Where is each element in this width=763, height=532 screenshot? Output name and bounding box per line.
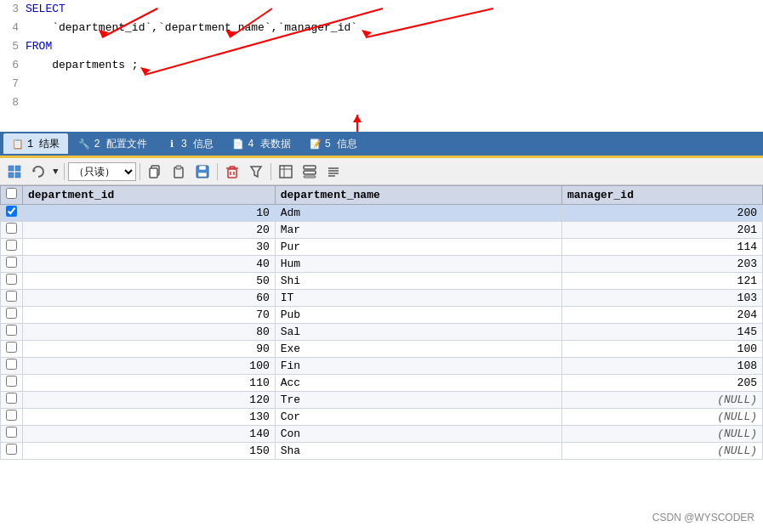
row-checkbox[interactable] — [6, 427, 17, 438]
mgr-id-cell: 103 — [561, 290, 762, 307]
tab-msg-icon: 📝 — [310, 138, 322, 150]
row-checkbox[interactable] — [6, 206, 17, 217]
table-row[interactable]: 80Sal145 — [1, 324, 763, 341]
row-checkbox[interactable] — [6, 444, 17, 455]
select-all-checkbox-header[interactable] — [1, 186, 23, 205]
row-checkbox[interactable] — [6, 308, 17, 319]
refresh-button[interactable] — [27, 161, 49, 182]
dept-name-cell: Hum — [275, 256, 561, 273]
row-checkbox[interactable] — [6, 393, 17, 404]
table-row[interactable]: 90Exe100 — [1, 341, 763, 358]
tab-results-label: 1 结果 — [27, 137, 60, 151]
dept-name-cell: Sha — [275, 443, 561, 460]
toolbar-separator-2 — [140, 163, 140, 180]
row-view-button[interactable] — [299, 161, 321, 182]
copy-button[interactable] — [144, 161, 166, 182]
table-row[interactable]: 150Sha(NULL) — [1, 443, 763, 460]
save-button[interactable] — [191, 161, 214, 182]
row-checkbox-cell[interactable] — [1, 392, 23, 409]
table-row[interactable]: 120Tre(NULL) — [1, 392, 763, 409]
col-header-manager-id: manager_id — [561, 186, 762, 205]
row-checkbox-cell[interactable] — [1, 324, 23, 341]
row-checkbox-cell[interactable] — [1, 443, 23, 460]
tab-results[interactable]: 📋 1 结果 — [3, 133, 68, 154]
row-checkbox[interactable] — [6, 257, 17, 268]
toolbar: ▼ （只读） — [0, 158, 763, 185]
table-row[interactable]: 10Adm200 — [1, 205, 763, 222]
line-number: 8 — [0, 93, 26, 112]
code-table: departments ; — [26, 56, 763, 75]
line-number: 3 — [0, 0, 26, 19]
table-view-button[interactable] — [275, 161, 297, 182]
table-row[interactable]: 70Pub204 — [1, 307, 763, 324]
row-checkbox-cell[interactable] — [1, 375, 23, 392]
dept-id-cell: 60 — [23, 290, 276, 307]
row-checkbox[interactable] — [6, 223, 17, 234]
row-checkbox[interactable] — [6, 376, 17, 387]
mgr-id-cell: (NULL) — [561, 409, 762, 426]
row-checkbox-cell[interactable] — [1, 358, 23, 375]
tab-info-icon: ℹ — [166, 138, 178, 150]
dept-name-cell: Cor — [275, 409, 561, 426]
watermark: CSDN @WYSCODER — [652, 512, 754, 524]
table-row[interactable]: 30Pur114 — [1, 239, 763, 256]
table-row[interactable]: 110Acc205 — [1, 375, 763, 392]
dept-id-cell: 120 — [23, 392, 276, 409]
code-columns: `department_id`,`department_name`,`manag… — [26, 19, 763, 37]
table-view-icon — [279, 165, 293, 178]
row-checkbox[interactable] — [6, 274, 17, 285]
toolbar-separator-4 — [270, 163, 271, 180]
table-row[interactable]: 140Con(NULL) — [1, 426, 763, 443]
table-row[interactable]: 20Mar201 — [1, 222, 763, 239]
filter-button[interactable] — [245, 161, 267, 182]
grid-view-button[interactable] — [3, 161, 26, 182]
row-checkbox[interactable] — [6, 410, 17, 421]
row-checkbox-cell[interactable] — [1, 409, 23, 426]
dept-name-cell: Shi — [275, 273, 561, 290]
save-icon — [196, 165, 209, 178]
tab-tabledata-label: 4 表数据 — [248, 137, 290, 151]
dept-name-cell: Fin — [275, 358, 561, 375]
tab-config[interactable]: 🔧 2 配置文件 — [70, 133, 155, 154]
svg-rect-20 — [199, 166, 206, 170]
dept-id-cell: 150 — [23, 443, 276, 460]
table-row[interactable]: 130Cor(NULL) — [1, 409, 763, 426]
row-checkbox[interactable] — [6, 325, 17, 336]
dept-id-cell: 140 — [23, 426, 276, 443]
svg-rect-16 — [150, 168, 157, 178]
code-line-4: 4 `department_id`,`department_name`,`man… — [0, 19, 763, 37]
row-checkbox-cell[interactable] — [1, 341, 23, 358]
delete-button[interactable] — [221, 161, 243, 182]
text-view-button[interactable] — [322, 161, 344, 182]
row-checkbox[interactable] — [6, 359, 17, 370]
mgr-id-cell: 205 — [561, 375, 762, 392]
row-checkbox[interactable] — [6, 291, 17, 302]
row-checkbox[interactable] — [6, 240, 17, 251]
row-checkbox-cell[interactable] — [1, 307, 23, 324]
table-row[interactable]: 100Fin108 — [1, 358, 763, 375]
table-row[interactable]: 40Hum203 — [1, 256, 763, 273]
mgr-id-cell: 108 — [561, 358, 762, 375]
select-all-checkbox[interactable] — [6, 188, 17, 199]
dept-name-cell: Acc — [275, 375, 561, 392]
dept-name-cell: Pur — [275, 239, 561, 256]
tab-info[interactable]: ℹ 3 信息 — [157, 133, 222, 154]
row-checkbox-cell[interactable] — [1, 205, 23, 222]
paste-button[interactable] — [168, 161, 190, 182]
table-row[interactable]: 60IT103 — [1, 290, 763, 307]
readonly-select[interactable]: （只读） — [68, 162, 136, 181]
row-checkbox-cell[interactable] — [1, 256, 23, 273]
dept-name-cell: Adm — [275, 205, 561, 222]
row-checkbox-cell[interactable] — [1, 222, 23, 239]
row-checkbox[interactable] — [6, 342, 17, 353]
row-checkbox-cell[interactable] — [1, 273, 23, 290]
tab-msg[interactable]: 📝 5 信息 — [301, 133, 366, 154]
code-line-6: 6 departments ; — [0, 56, 763, 75]
table-row[interactable]: 50Shi121 — [1, 273, 763, 290]
row-checkbox-cell[interactable] — [1, 426, 23, 443]
tab-tabledata[interactable]: 📄 4 表数据 — [224, 133, 299, 154]
mgr-id-cell: 204 — [561, 307, 762, 324]
row-checkbox-cell[interactable] — [1, 290, 23, 307]
row-checkbox-cell[interactable] — [1, 239, 23, 256]
svg-marker-29 — [251, 167, 261, 177]
